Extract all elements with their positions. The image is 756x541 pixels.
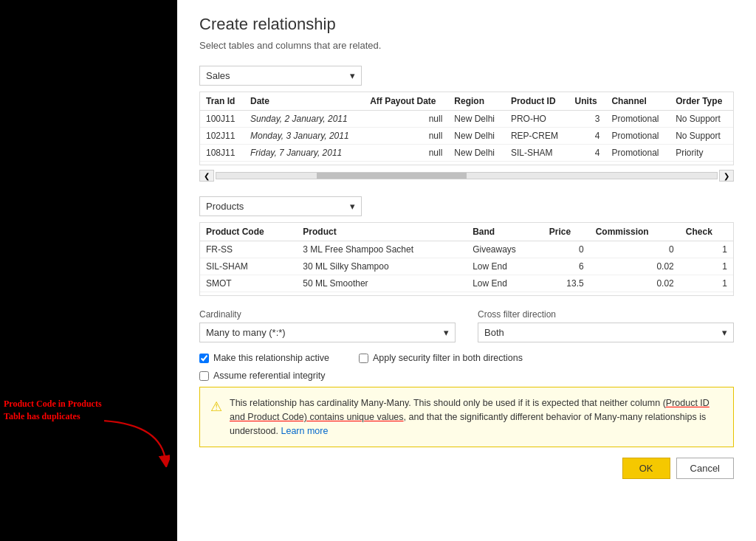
dialog-footer: OK Cancel bbox=[199, 458, 734, 479]
annotation-line2: Table has duplicates bbox=[4, 411, 80, 421]
cell-price: 6 bbox=[543, 258, 590, 275]
cell-tran-id: 108J11 bbox=[200, 145, 244, 162]
table-row: 102J11 Monday, 3 January, 2011 null New … bbox=[200, 128, 733, 145]
col-aff-payout: Aff Payout Date bbox=[364, 92, 448, 111]
cell-check: 1 bbox=[680, 258, 733, 275]
cancel-button[interactable]: Cancel bbox=[676, 458, 734, 479]
table-row: SMOT 50 ML Smoother Low End 13.5 0.02 1 bbox=[200, 275, 733, 292]
col-tran-id: Tran Id bbox=[200, 92, 244, 111]
crossfilter-label: Cross filter direction bbox=[478, 309, 734, 320]
table1-container: Tran Id Date Aff Payout Date Region Prod… bbox=[199, 92, 734, 165]
cell-product-id: REP-CREM bbox=[505, 128, 569, 145]
table2: Product Code Product Band Price Commissi… bbox=[200, 223, 733, 292]
col-order-type: Order Type bbox=[670, 92, 733, 111]
table1-scrollbar: ❮ ❯ bbox=[199, 168, 734, 183]
col-units: Units bbox=[569, 92, 606, 111]
cardinality-dropdown[interactable]: Many to many (*:*) ▾ bbox=[199, 323, 456, 342]
cell-prod-code: SMOT bbox=[200, 275, 297, 292]
warning-icon: ⚠ bbox=[210, 397, 222, 438]
table2-dropdown[interactable]: Products ▾ bbox=[199, 196, 362, 216]
security-checkbox[interactable] bbox=[359, 354, 368, 363]
cell-prod-code: FR-SS bbox=[200, 241, 297, 258]
col-band: Band bbox=[467, 223, 543, 241]
annotation-line1: Product Code in Products bbox=[4, 399, 102, 409]
cell-tran-id: 100J11 bbox=[200, 111, 244, 128]
table-row: 100J11 Sunday, 2 January, 2011 null New … bbox=[200, 111, 733, 128]
cell-product-id: SIL-SHAM bbox=[505, 145, 569, 162]
main-panel: Create relationship Select tables and co… bbox=[177, 0, 756, 541]
cardinality-value: Many to many (*:*) bbox=[206, 327, 286, 338]
cell-product: 50 ML Smoother bbox=[297, 275, 467, 292]
cell-channel: Promotional bbox=[605, 128, 670, 145]
cell-price: 0 bbox=[543, 241, 590, 258]
cell-prod-code: SIL-SHAM bbox=[200, 258, 297, 275]
cell-region: New Delhi bbox=[448, 111, 505, 128]
cell-date: Monday, 3 January, 2011 bbox=[244, 128, 364, 145]
security-checkbox-label: Apply security filter in both directions bbox=[373, 353, 523, 363]
cell-units: 4 bbox=[569, 145, 606, 162]
referential-checkbox[interactable] bbox=[199, 371, 209, 381]
scroll-track[interactable] bbox=[216, 172, 718, 179]
cell-aff: null bbox=[364, 128, 448, 145]
dialog-subtitle: Select tables and columns that are relat… bbox=[199, 40, 734, 51]
learn-more-link[interactable]: Learn more bbox=[281, 426, 329, 436]
chevron-left-icon: ❮ bbox=[204, 172, 210, 180]
cell-region: New Delhi bbox=[448, 128, 505, 145]
col-product: Product bbox=[297, 223, 467, 241]
cell-order-type: Priority bbox=[670, 145, 733, 162]
crossfilter-value: Both bbox=[484, 327, 504, 338]
security-checkbox-row: Apply security filter in both directions bbox=[359, 353, 523, 363]
chevron-right-icon: ❯ bbox=[724, 172, 729, 180]
crossfilter-dropdown[interactable]: Both ▾ bbox=[478, 323, 734, 342]
cell-check: 1 bbox=[680, 241, 733, 258]
left-panel: Product Code in Products Table has dupli… bbox=[0, 0, 177, 541]
cell-product: 30 ML Silky Shampoo bbox=[297, 258, 467, 275]
cell-product-id: PRO-HO bbox=[505, 111, 569, 128]
table2-dropdown-label: Products bbox=[206, 201, 244, 212]
table1: Tran Id Date Aff Payout Date Region Prod… bbox=[200, 92, 733, 162]
table2-header-row: Product Code Product Band Price Commissi… bbox=[200, 223, 733, 241]
col-check: Check bbox=[680, 223, 733, 241]
referential-checkbox-label: Assume referential integrity bbox=[213, 371, 325, 381]
table-row: 108J11 Friday, 7 January, 2011 null New … bbox=[200, 145, 733, 162]
cell-tran-id: 102J11 bbox=[200, 128, 244, 145]
table2-section: Products ▾ Product Code Product Band Pri… bbox=[199, 196, 734, 296]
cell-units: 4 bbox=[569, 128, 606, 145]
cell-commission: 0.02 bbox=[590, 258, 680, 275]
table-row: SIL-SHAM 30 ML Silky Shampoo Low End 6 0… bbox=[200, 258, 733, 275]
warning-box: ⚠ This relationship has cardinality Many… bbox=[199, 387, 734, 447]
cell-channel: Promotional bbox=[605, 111, 670, 128]
cell-commission: 0.02 bbox=[590, 275, 680, 292]
table1-dropdown[interactable]: Sales ▾ bbox=[199, 66, 362, 86]
table-row: FR-SS 3 ML Free Shampoo Sachet Giveaways… bbox=[200, 241, 733, 258]
checkboxes-row: Make this relationship active Apply secu… bbox=[199, 353, 734, 368]
warning-text-before: This relationship has cardinality Many-M… bbox=[230, 398, 666, 408]
cell-commission: 0 bbox=[590, 241, 680, 258]
cell-date: Sunday, 2 January, 2011 bbox=[244, 111, 364, 128]
table1-dropdown-arrow: ▾ bbox=[350, 70, 355, 81]
table1-header-row: Tran Id Date Aff Payout Date Region Prod… bbox=[200, 92, 733, 111]
cardinality-block: Cardinality Many to many (*:*) ▾ bbox=[199, 309, 456, 342]
annotation-text: Product Code in Products Table has dupli… bbox=[4, 398, 102, 423]
col-product-id: Product ID bbox=[505, 92, 569, 111]
crossfilter-arrow: ▾ bbox=[722, 327, 727, 338]
active-checkbox[interactable] bbox=[199, 354, 209, 363]
cell-channel: Promotional bbox=[605, 145, 670, 162]
referential-checkbox-row: Assume referential integrity bbox=[199, 371, 734, 381]
cell-region: New Delhi bbox=[448, 145, 505, 162]
active-checkbox-label: Make this relationship active bbox=[213, 353, 329, 363]
cell-order-type: No Support bbox=[670, 111, 733, 128]
warning-text: This relationship has cardinality Many-M… bbox=[230, 396, 723, 438]
ok-button[interactable]: OK bbox=[622, 458, 670, 479]
cell-price: 13.5 bbox=[543, 275, 590, 292]
scroll-right-btn[interactable]: ❯ bbox=[719, 170, 734, 182]
cell-date: Friday, 7 January, 2011 bbox=[244, 145, 364, 162]
scroll-left-btn[interactable]: ❮ bbox=[199, 170, 214, 182]
active-checkbox-row: Make this relationship active bbox=[199, 353, 329, 363]
cell-band: Low End bbox=[467, 258, 543, 275]
cell-aff: null bbox=[364, 111, 448, 128]
cell-product: 3 ML Free Shampoo Sachet bbox=[297, 241, 467, 258]
col-date: Date bbox=[244, 92, 364, 111]
dialog-title: Create relationship bbox=[199, 15, 734, 34]
col-region: Region bbox=[448, 92, 505, 111]
